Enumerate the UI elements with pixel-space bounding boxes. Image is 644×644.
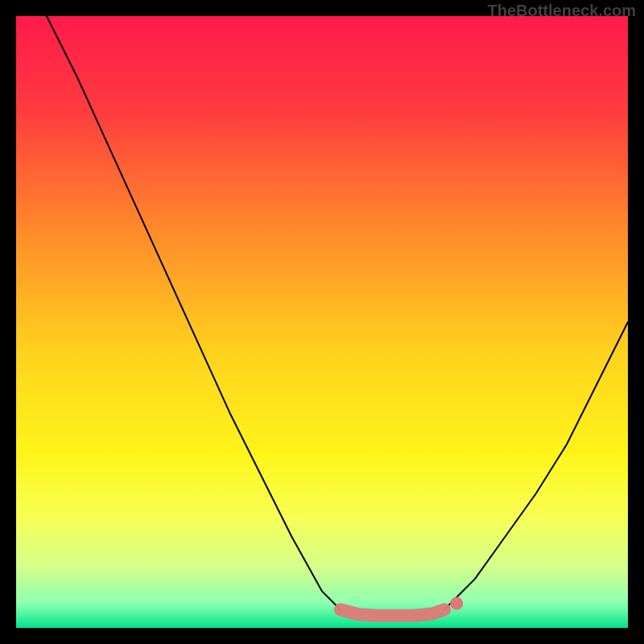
- chart-svg: [16, 16, 628, 628]
- chart-frame: TheBottleneck.com: [0, 0, 644, 644]
- svg-rect-0: [16, 16, 628, 628]
- svg-point-1: [450, 597, 463, 610]
- bottleneck-curve-chart: [16, 16, 628, 628]
